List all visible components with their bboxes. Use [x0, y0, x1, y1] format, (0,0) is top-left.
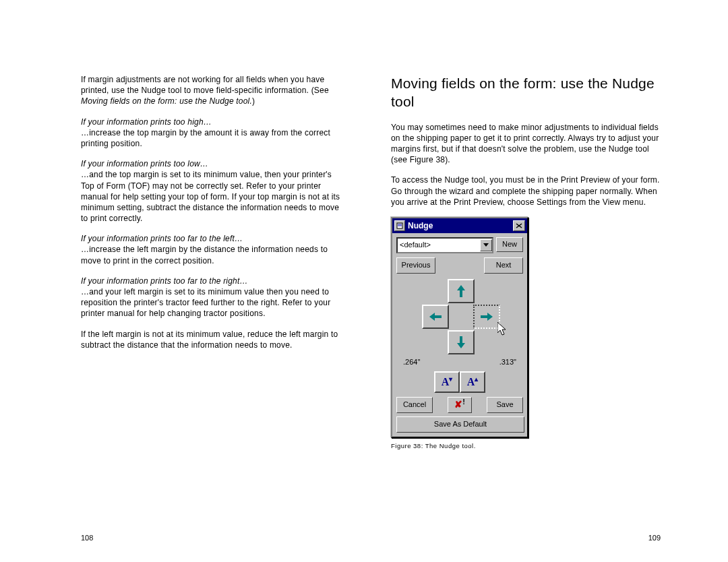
preset-value: <default>	[400, 240, 431, 250]
arrow-pad	[419, 279, 500, 353]
text: …and the top margin is set to its minimu…	[81, 170, 340, 223]
cancel-button[interactable]: Cancel	[396, 397, 433, 413]
previous-button[interactable]: Previous	[396, 257, 435, 274]
text: …and your left margin is set to its mini…	[81, 287, 330, 318]
nudge-left-button[interactable]	[422, 305, 449, 329]
figure-caption: Figure 38: The Nudge tool.	[391, 442, 661, 451]
text: If margin adjustments are not working fo…	[81, 75, 329, 95]
right-measurement: .313"	[499, 357, 516, 367]
nudge-down-button[interactable]	[448, 330, 475, 354]
para-high: If your information prints too high… …in…	[81, 117, 344, 150]
text: If the left margin is not at its minimum…	[81, 330, 338, 350]
dropdown-arrow-icon[interactable]	[480, 239, 492, 251]
para-final: If the left margin is not at its minimum…	[81, 329, 344, 350]
font-smaller-button[interactable]: A▾	[434, 371, 460, 393]
nudge-up-button[interactable]	[448, 279, 475, 303]
titlebar[interactable]: Nudge	[392, 218, 527, 233]
text-italic: Moving fields on the form: use the Nudge…	[81, 96, 252, 106]
page-number-left: 108	[81, 534, 93, 542]
save-button[interactable]: Save	[487, 397, 523, 413]
new-button[interactable]: New	[496, 237, 523, 252]
next-button[interactable]: Next	[484, 257, 523, 274]
page-number-right: 109	[648, 534, 661, 542]
nudge-dialog: Nudge <default> New Previo	[391, 217, 528, 438]
preset-dropdown[interactable]: <default>	[396, 237, 493, 253]
svg-marker-10	[457, 336, 465, 348]
sub-heading: If your information prints too low…	[81, 159, 208, 168]
section-heading: Moving fields on the form: use the Nudge…	[391, 74, 661, 111]
nudge-right-button[interactable]	[473, 305, 500, 329]
para-right: If your information prints too far to th…	[81, 276, 344, 319]
para-r1: You may sometimes need to make minor adj…	[391, 122, 661, 166]
left-page: If margin adjustments are not working fo…	[81, 74, 344, 451]
svg-marker-8	[481, 313, 493, 321]
para-low: If your information prints too low… …and…	[81, 158, 344, 224]
sub-heading: If your information prints too high…	[81, 117, 212, 127]
svg-marker-7	[429, 313, 442, 321]
left-measurement: .264"	[403, 357, 420, 367]
sub-heading: If your information prints too far to th…	[81, 276, 248, 286]
form-icon	[394, 220, 405, 231]
para-intro: If margin adjustments are not working fo…	[81, 74, 344, 107]
font-larger-button[interactable]: A▴	[460, 371, 485, 393]
svg-marker-5	[483, 243, 489, 247]
text: )	[252, 96, 255, 106]
text: …increase the left margin by the distanc…	[81, 245, 328, 265]
para-r2: To access the Nudge tool, you must be in…	[391, 175, 661, 208]
svg-marker-6	[457, 285, 465, 297]
para-left: If your information prints too far to th…	[81, 233, 344, 266]
close-button[interactable]	[513, 220, 525, 231]
text: …increase the top margin by the amount i…	[81, 128, 330, 148]
svg-marker-9	[497, 322, 506, 335]
save-as-default-button[interactable]: Save As Default	[396, 416, 524, 433]
delete-button[interactable]: ✘!	[448, 397, 472, 413]
sub-heading: If your information prints too far to th…	[81, 234, 243, 243]
title-text: Nudge	[408, 220, 433, 231]
right-page: Moving fields on the form: use the Nudge…	[391, 74, 661, 451]
cursor-icon	[497, 322, 510, 337]
measurements: .264" .313"	[396, 357, 523, 367]
